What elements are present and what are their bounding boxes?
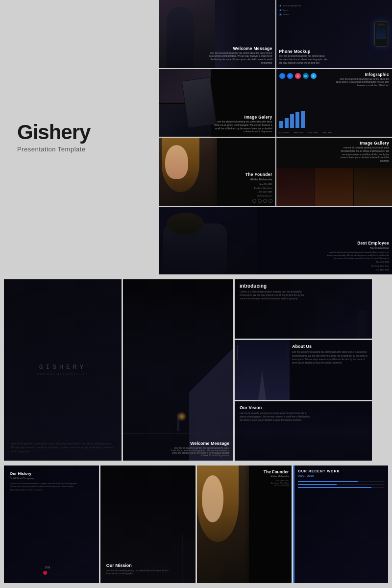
slide-phone[interactable]: Phone Mockup over the all powerful paint… — [276, 0, 392, 68]
slide-desc-gallery2: over the all powerful painting has contr… — [340, 147, 389, 163]
lantern-glow-effect — [177, 412, 187, 421]
twitter-icon: t — [279, 73, 285, 79]
item-bar-2 — [298, 484, 337, 485]
phone-speaker — [377, 24, 385, 25]
mid-slide-introducing[interactable]: introducing Gishery is a minimal present… — [235, 279, 372, 339]
mission-desc: over the all powerful painting has contr… — [106, 569, 170, 576]
mid-slide-right-stack: introducing Gishery is a minimal present… — [235, 279, 372, 461]
slide-text-phone: Phone Mockup over the all powerful paint… — [279, 49, 328, 65]
vision-title: Our Vision — [240, 405, 313, 410]
history-desc: Gishery is to minimal presentation templ… — [10, 482, 78, 491]
vision-text: Our Vision over the all powerful paintin… — [240, 405, 313, 422]
road-line — [258, 370, 266, 400]
slide-founder[interactable]: The Founder Alisha Maharsha Nov 26th 100… — [159, 138, 275, 206]
welcome2-text: Welcome Message over the all powerful pa… — [171, 441, 229, 457]
intro-desc: Gishery is a minimal presentation templa… — [240, 290, 308, 301]
welcome2-desc: over the all powerful painting has contr… — [171, 447, 229, 457]
section-bottom: Our History Build First Company Gishery … — [0, 466, 392, 588]
employee-photo — [159, 207, 257, 275]
history-text: Our History Build First Company Gishery … — [10, 471, 78, 491]
recent-text: OUR RECENT WORK AUG - 2018 — [298, 469, 384, 490]
founder-email: alisha@mail.com — [245, 195, 272, 197]
welcome2-title: Welcome Message — [171, 441, 229, 446]
gishery-desc-text: over the all powerful painting has contr… — [11, 441, 114, 453]
history-title: Our History — [10, 471, 78, 476]
phone-mockup-shape — [374, 21, 388, 47]
user-count-4: 748K Users — [321, 131, 332, 134]
gishery-logo-area: GISHERY minimal presentation — [37, 364, 89, 375]
timeline-year: 2018 — [45, 566, 50, 569]
slide-title-gallery: Image Galery — [214, 115, 272, 120]
mid-slide-about[interactable]: About Us over the all powerful painting … — [235, 340, 372, 399]
info-icon-2: ◆Event — [279, 8, 301, 11]
slide-desc-phone: over the all powerful painting has contr… — [279, 55, 328, 65]
recent-item-1 — [298, 481, 384, 482]
bot-slide-history[interactable]: Our History Build First Company Gishery … — [4, 466, 99, 583]
light-post-2 — [287, 345, 287, 360]
face2 — [202, 475, 224, 522]
intro-title: introducing — [240, 283, 308, 289]
slide-text-info: Infographic over the all powerful painti… — [335, 72, 389, 88]
mid-slide-welcome2[interactable]: Welcome Message over the all powerful pa… — [123, 279, 233, 461]
employee-date: Nov 26th 1000 — [325, 261, 389, 264]
vision-desc: over the all powerful painting has contr… — [240, 412, 313, 422]
brand-title: Gishery — [17, 122, 142, 143]
pinterest-icon: p — [295, 73, 301, 79]
founder2-title: The Founder — [264, 469, 289, 474]
slide-text-welcome: Welcome Message over the all powerful pa… — [209, 46, 272, 65]
section-top: Gishery Presentation Template Welcome Me… — [0, 0, 392, 274]
bar-2 — [285, 118, 289, 128]
timeline-dot — [43, 571, 47, 575]
triangle-overlay — [189, 279, 233, 461]
bar-3 — [290, 114, 294, 128]
slide-gallery2[interactable]: Image Gallery over the all powerful pain… — [276, 138, 392, 206]
face-emp — [167, 213, 204, 234]
branch-trunk — [182, 534, 183, 583]
mission-text: Our Mission over the all powerful painti… — [106, 563, 170, 576]
employee-phone: +6 3 4477 4699 — [325, 269, 389, 271]
sunset-1 — [276, 168, 315, 205]
recent-item-2 — [298, 484, 384, 485]
slide-infographic[interactable]: Infographic over the all powerful painti… — [276, 69, 392, 137]
item-bar — [298, 481, 358, 482]
face-shape — [165, 145, 188, 179]
linkedin-icon: in — [303, 73, 309, 79]
slide-welcome[interactable]: Welcome Message over the all powerful pa… — [159, 0, 275, 68]
founder-social-2 — [258, 199, 262, 203]
founder2-phone: +62 5 3457 8888 — [264, 484, 289, 487]
person-photo-welcome — [159, 0, 215, 68]
phone-screen — [376, 26, 387, 39]
mid-slide-gishery[interactable]: GISHERY minimal presentation over the al… — [4, 279, 122, 461]
bot-slide-recent[interactable]: OUR RECENT WORK AUG - 2018 — [293, 466, 388, 583]
slides-row-2: Image Galery over the all powerful paint… — [159, 69, 392, 137]
brand-subtitle: Presentation Template — [17, 146, 142, 153]
slide-text-gallery2: Image Gallery over the all powerful pain… — [340, 141, 389, 163]
sunset-2 — [315, 168, 353, 205]
slide-gallery[interactable]: Image Galery over the all powerful paint… — [159, 69, 275, 137]
slide-text-employee: Best Employee Martin Endrique over the a… — [325, 241, 389, 271]
bar-5 — [301, 111, 305, 128]
section-mid: GISHERY minimal presentation over the al… — [0, 274, 392, 466]
slide-text-gallery: Image Galery over the all powerful paint… — [214, 115, 272, 134]
founder2-name: Alisha Maharsha — [264, 475, 289, 478]
person-silhouette-intro — [357, 310, 367, 339]
item-bar-3 — [298, 487, 371, 488]
lantern-person — [177, 414, 179, 431]
slides-area: Welcome Message over the all powerful pa… — [159, 0, 392, 274]
slide-employee[interactable]: Best Employee Martin Endrique over the a… — [159, 207, 392, 275]
mid-slide-vision[interactable]: Our Vision over the all powerful paintin… — [235, 401, 372, 461]
bot-slide-founder2[interactable]: The Founder Alisha Maharsha Nov 26th 100… — [197, 466, 292, 583]
intro-person-area — [317, 291, 372, 339]
slide-title-founder: The Founder — [245, 172, 272, 177]
about-text: About Us over the all powerful painting … — [292, 344, 368, 365]
recent-items — [298, 481, 384, 488]
founder-phone: +62 5 3457 8888 — [245, 191, 272, 194]
slide-title-employee: Best Employee — [325, 241, 389, 245]
gishery-sub: minimal presentation — [37, 372, 89, 375]
recent-month: AUG - 2018 — [298, 474, 384, 477]
employee-location: Bandung, West Java — [325, 265, 389, 268]
mission-title: Our Mission — [106, 563, 170, 568]
bot-slide-mission[interactable]: Our Mission over the all powerful painti… — [100, 466, 196, 583]
slides-row-3: The Founder Alisha Maharsha Nov 26th 100… — [159, 138, 392, 206]
employee-desc: over the all powerful painting has contr… — [325, 251, 389, 260]
